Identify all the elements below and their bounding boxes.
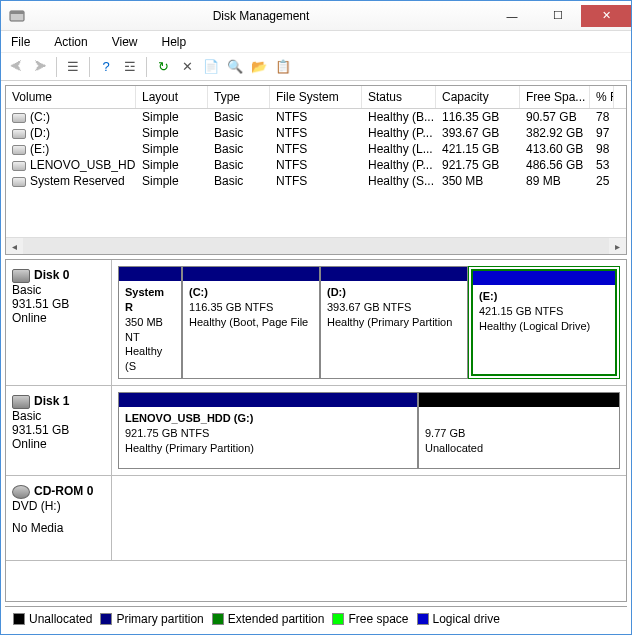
drive-icon: [12, 113, 26, 123]
col-fs[interactable]: File System: [270, 86, 362, 108]
horizontal-scrollbar[interactable]: ◂ ▸: [6, 237, 626, 254]
disk-info[interactable]: Disk 0 Basic 931.51 GB Online: [6, 260, 112, 385]
volume-row[interactable]: (E:)SimpleBasicNTFSHealthy (L...421.15 G…: [6, 141, 626, 157]
partition-g[interactable]: LENOVO_USB_HDD (G:)921.75 GB NTFSHealthy…: [118, 392, 418, 469]
partition-system-reserved[interactable]: System R350 MB NTHealthy (S: [118, 266, 182, 379]
column-headers[interactable]: Volume Layout Type File System Status Ca…: [6, 86, 626, 109]
menu-file[interactable]: File: [5, 33, 36, 51]
app-icon: [9, 8, 25, 24]
partition-e[interactable]: (E:)421.15 GB NTFSHealthy (Logical Drive…: [471, 269, 617, 376]
disk-graphical-view: Disk 0 Basic 931.51 GB Online System R35…: [5, 259, 627, 602]
disk-icon: [12, 395, 30, 409]
col-status[interactable]: Status: [362, 86, 436, 108]
show-hide-button[interactable]: ☰: [62, 56, 84, 78]
volume-row[interactable]: (C:)SimpleBasicNTFSHealthy (B...116.35 G…: [6, 109, 626, 125]
disk-info[interactable]: CD-ROM 0 DVD (H:) No Media: [6, 476, 112, 560]
rescan-button[interactable]: 🔍: [224, 56, 246, 78]
action-button[interactable]: 📋: [272, 56, 294, 78]
scroll-left-icon[interactable]: ◂: [6, 238, 23, 255]
cdrom-icon: [12, 485, 30, 499]
disk-icon: [12, 269, 30, 283]
minimize-button[interactable]: —: [489, 5, 535, 27]
col-capacity[interactable]: Capacity: [436, 86, 520, 108]
menubar: File Action View Help: [1, 31, 631, 53]
drive-icon: [12, 129, 26, 139]
drive-icon: [12, 161, 26, 171]
menu-view[interactable]: View: [106, 33, 144, 51]
settings-button[interactable]: ☲: [119, 56, 141, 78]
menu-help[interactable]: Help: [156, 33, 193, 51]
toolbar: ⮜ ⮞ ☰ ? ☲ ↻ ✕ 📄 🔍 📂 📋: [1, 53, 631, 81]
delete-button[interactable]: ✕: [176, 56, 198, 78]
legend: Unallocated Primary partition Extended p…: [5, 606, 627, 630]
disk-info[interactable]: Disk 1 Basic 931.51 GB Online: [6, 386, 112, 475]
col-pct[interactable]: % F: [590, 86, 614, 108]
col-layout[interactable]: Layout: [136, 86, 208, 108]
back-button: ⮜: [5, 56, 27, 78]
titlebar: Disk Management — ☐ ✕: [1, 1, 631, 31]
open-button[interactable]: 📂: [248, 56, 270, 78]
disk-row: Disk 1 Basic 931.51 GB Online LENOVO_USB…: [6, 386, 626, 476]
extended-partition: (E:)421.15 GB NTFSHealthy (Logical Drive…: [468, 266, 620, 379]
forward-button: ⮞: [29, 56, 51, 78]
properties-button[interactable]: 📄: [200, 56, 222, 78]
partition-d[interactable]: (D:)393.67 GB NTFSHealthy (Primary Parti…: [320, 266, 468, 379]
drive-icon: [12, 145, 26, 155]
partition-c[interactable]: (C:)116.35 GB NTFSHealthy (Boot, Page Fi…: [182, 266, 320, 379]
col-free[interactable]: Free Spa...: [520, 86, 590, 108]
col-volume[interactable]: Volume: [6, 86, 136, 108]
volume-row[interactable]: LENOVO_USB_HD...SimpleBasicNTFSHealthy (…: [6, 157, 626, 173]
scroll-right-icon[interactable]: ▸: [609, 238, 626, 255]
disk-row: Disk 0 Basic 931.51 GB Online System R35…: [6, 260, 626, 386]
volume-row[interactable]: System ReservedSimpleBasicNTFSHealthy (S…: [6, 173, 626, 189]
disk-row: CD-ROM 0 DVD (H:) No Media: [6, 476, 626, 561]
close-button[interactable]: ✕: [581, 5, 631, 27]
help-button[interactable]: ?: [95, 56, 117, 78]
menu-action[interactable]: Action: [48, 33, 93, 51]
volume-list: Volume Layout Type File System Status Ca…: [5, 85, 627, 255]
volume-row[interactable]: (D:)SimpleBasicNTFSHealthy (P...393.67 G…: [6, 125, 626, 141]
refresh-button[interactable]: ↻: [152, 56, 174, 78]
partition-unallocated[interactable]: 9.77 GBUnallocated: [418, 392, 620, 469]
volume-rows: (C:)SimpleBasicNTFSHealthy (B...116.35 G…: [6, 109, 626, 237]
svg-rect-1: [10, 11, 24, 14]
maximize-button[interactable]: ☐: [535, 5, 581, 27]
drive-icon: [12, 177, 26, 187]
window-title: Disk Management: [33, 9, 489, 23]
col-type[interactable]: Type: [208, 86, 270, 108]
